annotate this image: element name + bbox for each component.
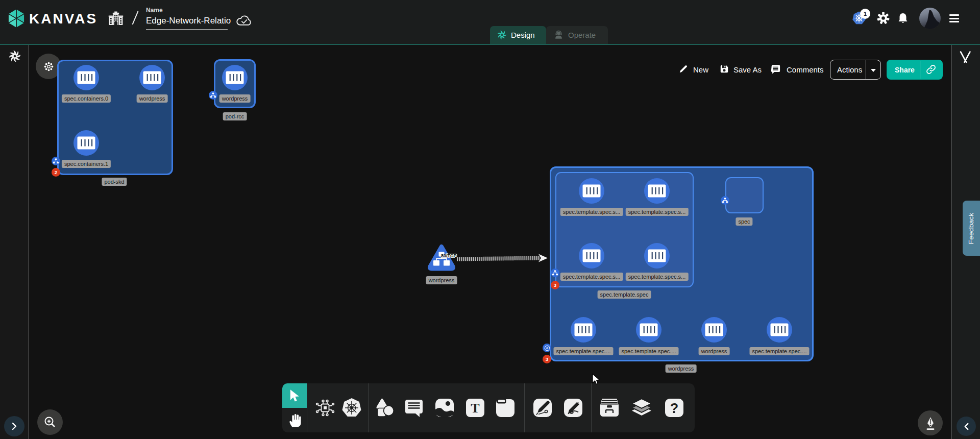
svg-text:?: ? (670, 401, 679, 416)
svg-text:T: T (471, 401, 479, 416)
